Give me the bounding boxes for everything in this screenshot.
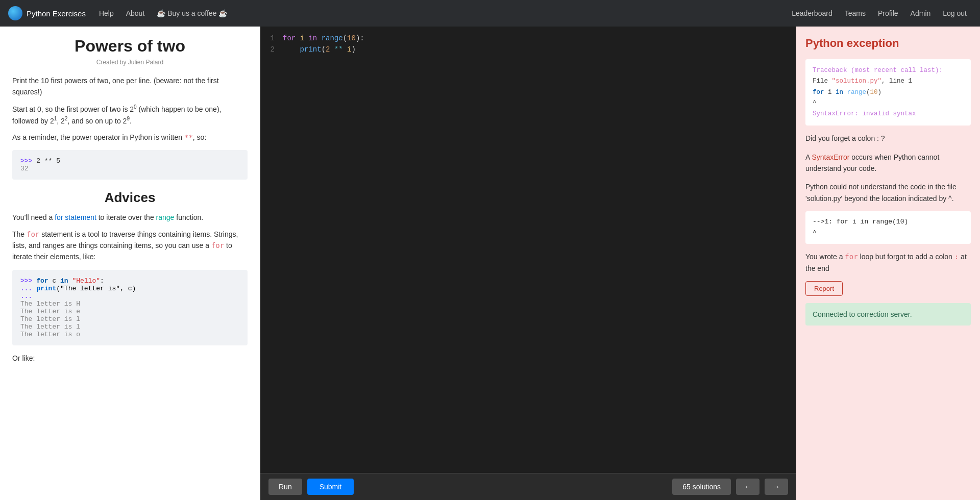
hint-box-line1: -->1: for i in range(10): [813, 218, 908, 226]
hint1: Did you forget a colon : ?: [805, 133, 971, 144]
desc-p3-code: **: [184, 133, 193, 141]
code-result: 32: [20, 165, 29, 172]
right-panel: Python exception Traceback (most recent …: [796, 27, 980, 500]
desc-p3: As a reminder, the power operator in Pyt…: [12, 132, 248, 143]
hint2-error: SyntaxError: [812, 153, 849, 161]
exercise-author: Created by Julien Palard: [12, 59, 248, 66]
fn-print: print: [36, 285, 56, 292]
connected-text: Connected to correction server.: [813, 310, 912, 318]
tb-caret: ^: [813, 99, 817, 107]
connected-box: Connected to correction server.: [805, 303, 971, 326]
code-example-block: >>> 2 ** 5 32: [12, 150, 248, 180]
print-args: ("The letter is", c): [56, 285, 136, 292]
nav-leaderboard[interactable]: Leaderboard: [787, 6, 837, 20]
desc-p2: Start at 0, so the first power of two is…: [12, 103, 248, 127]
tb-fn: range: [847, 89, 867, 96]
advice2-for2: for: [211, 241, 224, 249]
nav-profile[interactable]: Profile: [873, 6, 903, 20]
submit-button[interactable]: Submit: [307, 479, 354, 495]
main-layout: Powers of two Created by Julien Palard P…: [0, 27, 980, 500]
nav-about[interactable]: About: [121, 6, 150, 20]
nav-logout[interactable]: Log out: [938, 6, 972, 20]
advice2: The for statement is a tool to traverse …: [12, 229, 248, 263]
range-link[interactable]: range: [156, 213, 175, 221]
hint2: A SyntaxError occurs when Python cannot …: [805, 152, 971, 174]
tb-parens: (: [866, 89, 870, 96]
prev-button[interactable]: ←: [736, 479, 760, 495]
output1: The letter is H: [20, 300, 80, 308]
for-statement-link[interactable]: for statement: [55, 213, 96, 221]
advice2-rest: statement is a tool to traverse things c…: [12, 230, 238, 249]
hint4-mid: loop but forgot to add a colon: [858, 253, 954, 261]
colon1: :: [100, 277, 104, 285]
desc-p2-start: Start at 0, so the first power of two is…: [12, 105, 134, 113]
desc-p3-end: , so:: [193, 133, 206, 141]
code-line-1: 1 for i in range(10):: [260, 33, 796, 44]
desc-p2-end: , and so on up to 2: [67, 116, 127, 124]
advice2-start: The: [12, 230, 27, 238]
prompt4: ...: [20, 292, 32, 300]
var-c: c: [52, 277, 56, 285]
middle-panel: 1 for i in range(10): 2 print(2 ** i) Ru…: [260, 27, 796, 500]
line-content-2: print(2 ** i): [283, 44, 356, 55]
advice1-end: function.: [174, 213, 203, 221]
solutions-button[interactable]: 65 solutions: [672, 479, 731, 495]
left-panel: Powers of two Created by Julien Palard P…: [0, 27, 260, 500]
brand-label: Python Exercises: [27, 9, 86, 18]
next-button[interactable]: →: [765, 479, 788, 495]
hint4: You wrote a for loop but forgot to add a…: [805, 251, 971, 274]
navbar-right: Leaderboard Teams Profile Admin Log out: [787, 6, 972, 20]
output4: The letter is l: [20, 323, 80, 331]
code-editor[interactable]: 1 for i in range(10): 2 print(2 ** i): [260, 27, 796, 473]
code-line-2: 2 print(2 ** i): [260, 44, 796, 55]
advices-title: Advices: [12, 190, 248, 206]
output3: The letter is l: [20, 315, 80, 323]
hint-box-line2: ^: [813, 229, 817, 237]
nav-teams[interactable]: Teams: [840, 6, 871, 20]
exception-title: Python exception: [805, 37, 971, 50]
tb-label: Traceback (most recent call last):: [813, 67, 943, 74]
kw-in: in: [60, 277, 68, 285]
tb-range: [843, 89, 847, 96]
tb-file: File: [813, 78, 832, 85]
output2: The letter is e: [20, 308, 80, 315]
report-button[interactable]: Report: [805, 281, 843, 296]
tb-in: in: [836, 89, 843, 96]
tb-code-rest: i: [824, 89, 836, 96]
str-hello: "Hello": [72, 277, 100, 285]
nav-help[interactable]: Help: [94, 6, 119, 20]
desc-p2-mid2: , 2: [57, 116, 65, 124]
line-content-1: for i in range(10):: [283, 33, 364, 44]
hint4-start: You wrote a: [805, 253, 845, 261]
advice2-for: for: [27, 230, 39, 238]
output5: The letter is o: [20, 331, 80, 338]
hint-code-box: -->1: for i in range(10) ^: [805, 211, 971, 244]
editor-toolbar: Run Submit 65 solutions ← →: [260, 473, 796, 500]
desc-p1: Print the 10 first powers of two, one pe…: [12, 75, 248, 98]
or-like: Or like:: [12, 353, 248, 364]
advice1: You'll need a for statement to iterate o…: [12, 212, 248, 223]
navbar: Python Exercises Help About ☕ Buy us a c…: [0, 0, 980, 27]
hint3: Python could not understand the code in …: [805, 181, 971, 204]
prompt1: >>>: [20, 157, 32, 165]
tb-filename: "solution.py": [832, 78, 882, 85]
run-button[interactable]: Run: [268, 479, 302, 495]
tb-for: for: [813, 89, 824, 96]
exercise-title: Powers of two: [12, 37, 248, 56]
navbar-links: Help About ☕ Buy us a coffee ☕: [94, 6, 232, 20]
hint4-for: for: [845, 253, 857, 261]
exercise-description: Print the 10 first powers of two, one pe…: [12, 75, 248, 143]
prompt2: >>>: [20, 277, 32, 285]
nav-admin[interactable]: Admin: [905, 6, 936, 20]
line-num-1: 1: [260, 33, 283, 44]
tb-error: SyntaxError: invalid syntax: [813, 110, 916, 117]
nav-coffee[interactable]: ☕ Buy us a coffee ☕: [152, 6, 232, 20]
tb-num: 10: [870, 89, 878, 96]
hint4-colon: :: [954, 253, 959, 261]
prompt3: ...: [20, 285, 32, 292]
traceback-box: Traceback (most recent call last): File …: [805, 59, 971, 126]
hint2-start: A: [805, 153, 812, 161]
navbar-brand[interactable]: Python Exercises: [8, 6, 86, 20]
tb-line: , line 1: [881, 78, 912, 85]
line-num-2: 2: [260, 44, 283, 55]
